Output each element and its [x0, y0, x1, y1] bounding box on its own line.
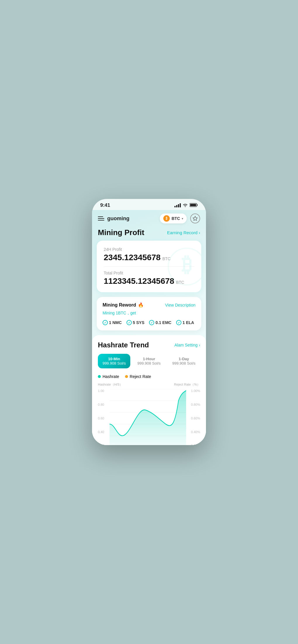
tab-10min[interactable]: 10-Min 999.908 Sol/s [98, 354, 130, 368]
hashrate-legend-label: Hashrate [103, 374, 119, 379]
tab-1hour[interactable]: 1-Hour 999.908 Sol/s [133, 354, 165, 368]
legend-hashrate: Hashrate [98, 374, 119, 379]
app-header: guoming ₿ BTC ▾ [92, 210, 206, 226]
hashrate-title: Hashrate Trend [98, 341, 149, 349]
svg-text:₿: ₿ [182, 253, 192, 276]
reject-rate-legend-dot [125, 375, 128, 378]
hashrate-section: Hashrate Trend Alam Setting › 10-Min 999… [92, 335, 206, 445]
reward-items: ✓ 1 NMC ✓ 5 SYS ✓ 0.1 EMC ✓ 1 ELA [103, 320, 195, 325]
reject-rate-legend-label: Reject Rate [130, 374, 151, 379]
axis-titles: Hashrate（H/S） Reject Rate（%） [98, 382, 200, 389]
reward-title: Mining Reword 🔥 [103, 302, 144, 308]
hashrate-chart: 1.00 0.80 0.60 0.40 0.20 1.00% 0.80% 0.6… [98, 389, 200, 445]
hashrate-legend-dot [98, 375, 101, 378]
check-icon-ela: ✓ [176, 320, 181, 325]
time-tabs: 10-Min 999.908 Sol/s 1-Hour 999.908 Sol/… [98, 354, 200, 368]
menu-icon[interactable] [98, 216, 104, 220]
chart-y-labels-left: 1.00 0.80 0.60 0.40 0.20 [98, 389, 104, 445]
wifi-icon [183, 203, 188, 208]
signal-icon [174, 203, 181, 207]
status-time: 9:41 [100, 202, 110, 208]
profit-card: ₿ 24H Profit 2345.12345678 BTC Total Pro… [97, 241, 201, 292]
scroll-content[interactable]: guoming ₿ BTC ▾ Mining Profit Earning Re… [92, 210, 206, 445]
reward-item-nmc: ✓ 1 NMC [103, 320, 122, 325]
reward-item-emc: ✓ 0.1 EMC [149, 320, 171, 325]
reward-subtitle: Mining 1BTC，get [103, 311, 195, 316]
reward-item-sys: ✓ 5 SYS [127, 320, 145, 325]
username: guoming [107, 216, 129, 222]
legend-reject-rate: Reject Rate [125, 374, 151, 379]
svg-marker-3 [193, 216, 197, 220]
axis-left-title: Hashrate（H/S） [98, 382, 123, 387]
header-left: guoming [98, 216, 129, 222]
settings-button[interactable] [190, 214, 200, 223]
chevron-down-icon: ▾ [182, 217, 183, 220]
flame-icon: 🔥 [138, 302, 144, 308]
mining-profit-title: Mining Profit [98, 228, 144, 237]
header-right: ₿ BTC ▾ [160, 214, 200, 223]
currency-selector[interactable]: ₿ BTC ▾ [160, 214, 187, 223]
check-icon-emc: ✓ [149, 320, 154, 325]
phone-frame: 9:41 guomin [92, 199, 206, 445]
status-icons [174, 203, 198, 208]
check-icon-sys: ✓ [127, 320, 132, 325]
tab-1day[interactable]: 1-Day 999.908 Sol/s [168, 354, 200, 368]
profit-card-bg-icon: ₿ [166, 246, 201, 287]
axis-right-title: Reject Rate（%） [174, 382, 200, 387]
svg-rect-2 [190, 204, 196, 206]
chart-svg-area [110, 389, 186, 445]
view-description-link[interactable]: View Description [165, 303, 195, 307]
mining-profit-header: Mining Profit Earning Record › [92, 226, 206, 241]
check-icon-nmc: ✓ [103, 320, 108, 325]
alarm-setting-link[interactable]: Alam Setting › [174, 343, 200, 347]
hashrate-header: Hashrate Trend Alam Setting › [98, 341, 200, 349]
status-bar: 9:41 [92, 199, 206, 210]
svg-rect-1 [197, 204, 197, 206]
battery-icon [190, 203, 198, 208]
reward-item-ela: ✓ 1 ELA [176, 320, 194, 325]
currency-label: BTC [171, 216, 180, 221]
mining-reward-card: Mining Reword 🔥 View Description Mining … [97, 297, 201, 330]
earning-record-link[interactable]: Earning Record › [167, 230, 200, 235]
btc-coin-icon: ₿ [163, 215, 170, 222]
chart-legend: Hashrate Reject Rate [98, 374, 200, 379]
reward-header: Mining Reword 🔥 View Description [103, 302, 195, 308]
chart-y-labels-right: 1.00% 0.80% 0.60% 0.40% 0.20% [191, 389, 200, 445]
